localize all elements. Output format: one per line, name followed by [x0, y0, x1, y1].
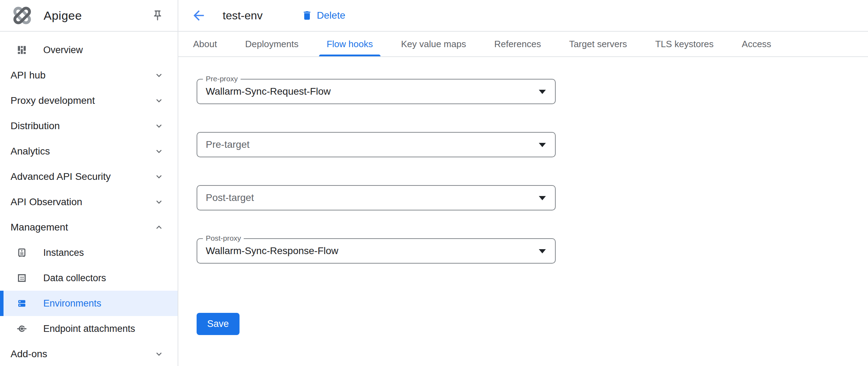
sidebar-item-distribution[interactable]: Distribution [0, 113, 178, 139]
main-panel: test-env Delete About Deployments Flow h… [178, 0, 868, 366]
dropdown-arrow-icon [539, 90, 546, 94]
sidebar-item-label: Advanced API Security [11, 171, 111, 182]
post-proxy-select[interactable]: Post-proxy Wallarm-Sync-Response-Flow [197, 238, 556, 264]
sidebar-item-instances[interactable]: Instances [0, 240, 178, 265]
sidebar-item-label: Management [11, 222, 68, 233]
post-target-select[interactable]: Post-target [197, 185, 556, 210]
sidebar-item-label: Instances [43, 247, 84, 258]
sidebar-item-proxy-development[interactable]: Proxy development [0, 88, 178, 113]
pin-icon[interactable] [152, 10, 164, 21]
post-proxy-value: Wallarm-Sync-Response-Flow [197, 245, 338, 257]
tab-label: About [193, 39, 217, 50]
tab-about[interactable]: About [185, 32, 225, 56]
sidebar-item-label: Analytics [11, 146, 50, 157]
delete-label: Delete [317, 10, 345, 21]
instances-icon [16, 247, 27, 258]
tab-key-value-maps[interactable]: Key value maps [393, 32, 474, 56]
sidebar-item-label: Overview [43, 45, 83, 56]
sidebar-item-endpoint-attachments[interactable]: Endpoint attachments [0, 316, 178, 341]
dropdown-arrow-icon [539, 249, 546, 253]
tab-references[interactable]: References [486, 32, 549, 56]
sidebar-item-advanced-api-security[interactable]: Advanced API Security [0, 164, 178, 189]
sidebar-item-label: Environments [43, 298, 101, 309]
tab-target-servers[interactable]: Target servers [561, 32, 635, 56]
tab-tls-keystores[interactable]: TLS keystores [647, 32, 721, 56]
sidebar-item-label: Endpoint attachments [43, 323, 135, 334]
sidebar-item-label: API Observation [11, 196, 82, 208]
overview-icon [16, 44, 27, 56]
tab-label: Key value maps [401, 39, 466, 50]
page-header: test-env Delete [178, 0, 868, 32]
chevron-down-icon [154, 146, 164, 157]
endpoint-attachments-icon [16, 323, 27, 334]
tab-label: References [494, 39, 541, 50]
tab-label: Target servers [569, 39, 627, 50]
environments-icon [16, 298, 27, 309]
tab-label: TLS keystores [655, 39, 714, 50]
apigee-logo-icon [10, 4, 34, 27]
pre-target-select[interactable]: Pre-target [197, 132, 556, 157]
chevron-down-icon [154, 70, 164, 81]
sidebar-item-analytics[interactable]: Analytics [0, 139, 178, 164]
brand-name: Apigee [44, 9, 82, 23]
environment-tabs: About Deployments Flow hooks Key value m… [178, 32, 868, 57]
tab-label: Deployments [245, 39, 299, 50]
sidebar-item-environments[interactable]: Environments [0, 291, 178, 316]
tab-deployments[interactable]: Deployments [237, 32, 306, 56]
sidebar-nav: Overview API hub Proxy development Distr… [0, 32, 178, 366]
dropdown-arrow-icon [539, 143, 546, 147]
tab-label: Flow hooks [327, 39, 373, 50]
sidebar-item-label: API hub [11, 70, 46, 81]
delete-button[interactable]: Delete [301, 10, 345, 21]
sidebar: Apigee Overview API hub [0, 0, 178, 366]
pre-proxy-value: Wallarm-Sync-Request-Flow [197, 86, 331, 97]
sidebar-item-label: Add-ons [11, 348, 47, 360]
save-button[interactable]: Save [197, 313, 240, 335]
sidebar-item-label: Distribution [11, 120, 60, 132]
sidebar-item-add-ons[interactable]: Add-ons [0, 341, 178, 366]
sidebar-header: Apigee [0, 0, 178, 32]
sidebar-item-management[interactable]: Management [0, 215, 178, 240]
sidebar-item-overview[interactable]: Overview [0, 37, 178, 63]
tab-access[interactable]: Access [734, 32, 779, 56]
dropdown-arrow-icon [539, 196, 546, 200]
back-arrow-icon[interactable] [191, 8, 206, 23]
sidebar-item-api-hub[interactable]: API hub [0, 63, 178, 88]
sidebar-item-api-observation[interactable]: API Observation [0, 189, 178, 215]
chevron-down-icon [154, 121, 164, 131]
pre-target-placeholder: Pre-target [197, 139, 250, 150]
chevron-down-icon [154, 171, 164, 182]
chevron-down-icon [154, 349, 164, 359]
chevron-up-icon [154, 222, 164, 233]
chevron-down-icon [154, 95, 164, 106]
post-target-placeholder: Post-target [197, 192, 254, 203]
sidebar-item-label: Proxy development [11, 95, 95, 106]
post-proxy-label: Post-proxy [203, 234, 244, 242]
tab-label: Access [742, 39, 771, 50]
flow-hooks-form: Pre-proxy Wallarm-Sync-Request-Flow Pre-… [178, 57, 868, 335]
sidebar-item-label: Data collectors [43, 273, 106, 284]
tab-flow-hooks[interactable]: Flow hooks [319, 32, 381, 56]
pre-proxy-label: Pre-proxy [203, 75, 241, 83]
trash-icon [301, 10, 313, 21]
chevron-down-icon [154, 197, 164, 207]
page-title: test-env [223, 9, 263, 22]
selected-indicator-bar [0, 291, 4, 316]
pre-proxy-select[interactable]: Pre-proxy Wallarm-Sync-Request-Flow [197, 79, 556, 104]
apigee-console: Apigee Overview API hub [0, 0, 868, 366]
sidebar-item-data-collectors[interactable]: Data collectors [0, 265, 178, 291]
data-collectors-icon [16, 272, 27, 284]
